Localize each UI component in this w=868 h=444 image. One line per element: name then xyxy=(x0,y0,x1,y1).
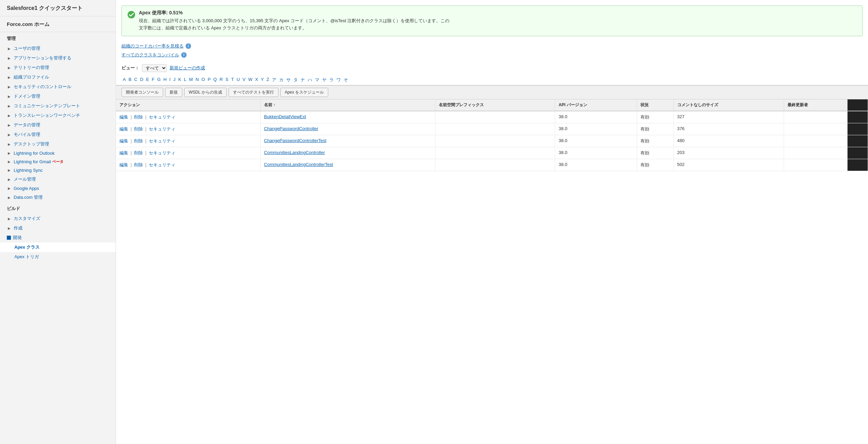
alpha-char-I[interactable]: I xyxy=(168,76,172,84)
sidebar-subitem-0[interactable]: Apex クラス xyxy=(0,242,116,252)
sidebar-item-manage-15[interactable]: ▶Google Apps xyxy=(0,184,116,193)
alpha-char-ア[interactable]: ア xyxy=(271,76,278,84)
alpha-char-V[interactable]: V xyxy=(241,76,247,84)
action-セキュリティ-3[interactable]: セキュリティ xyxy=(149,150,175,155)
class-name-link-1[interactable]: ChangePasswordController xyxy=(264,126,318,131)
sidebar-item-manage-11[interactable]: ▶Lightning for Outlook xyxy=(0,149,116,157)
arrow-icon: ▶ xyxy=(7,75,12,80)
alpha-char-M[interactable]: M xyxy=(188,76,194,84)
sidebar-item-manage-5[interactable]: ▶ドメイン管理 xyxy=(0,92,116,101)
alpha-char-E[interactable]: E xyxy=(145,76,150,84)
alpha-char-ヤ[interactable]: ヤ xyxy=(321,76,328,84)
sidebar-item-manage-12[interactable]: ▶Lightning for Gmailベータ xyxy=(0,157,116,166)
compile-all-link[interactable]: すべてのクラスをコンパイル xyxy=(121,52,179,58)
alpha-char-D[interactable]: D xyxy=(139,76,145,84)
sidebar-item-manage-14[interactable]: ▶メール管理 xyxy=(0,175,116,184)
alpha-char-L[interactable]: L xyxy=(183,76,188,84)
action-削除-1[interactable]: 削除 xyxy=(134,126,143,131)
action-セキュリティ-2[interactable]: セキュリティ xyxy=(149,138,175,143)
arrow-icon: ▶ xyxy=(7,195,12,200)
toolbar-btn-2[interactable]: WSDL からの生成 xyxy=(184,88,227,97)
view-select[interactable]: すべて xyxy=(142,64,167,72)
col-header-status: 状況 xyxy=(637,99,674,111)
sidebar-item-manage-4[interactable]: ▶セキュリティのコントロール xyxy=(0,82,116,92)
alpha-char-P[interactable]: P xyxy=(206,76,212,84)
new-view-link[interactable]: 新規ビューの作成 xyxy=(170,65,205,71)
alpha-char-ワ[interactable]: ワ xyxy=(335,76,342,84)
sidebar-item-manage-2[interactable]: ▶テリトリーの管理 xyxy=(0,63,116,72)
toolbar-btn-3[interactable]: すべてのテストを実行 xyxy=(229,88,278,97)
sidebar-item-manage-6[interactable]: ▶コミュニケーションテンプレート xyxy=(0,101,116,111)
action-セキュリティ-1[interactable]: セキュリティ xyxy=(149,126,175,131)
alpha-char-H[interactable]: H xyxy=(162,76,168,84)
alpha-char-サ[interactable]: サ xyxy=(285,76,292,84)
action-削除-3[interactable]: 削除 xyxy=(134,150,143,155)
sidebar-item-manage-16[interactable]: ▶Data.com 管理 xyxy=(0,193,116,202)
class-name-link-0[interactable]: BukkenDetailViewExt xyxy=(264,114,306,119)
alpha-char-W[interactable]: W xyxy=(247,76,254,84)
sidebar-item-manage-9[interactable]: ▶モバイル管理 xyxy=(0,130,116,139)
action-セキュリティ-0[interactable]: セキュリティ xyxy=(149,114,175,120)
sidebar-title-2[interactable]: Force.com ホーム xyxy=(0,16,116,32)
sidebar-item-label: デスクトップ管理 xyxy=(14,141,49,147)
action-削除-0[interactable]: 削除 xyxy=(134,114,143,120)
alpha-char-カ[interactable]: カ xyxy=(278,76,285,84)
alpha-char-N[interactable]: N xyxy=(194,76,200,84)
action-編集-1[interactable]: 編集 xyxy=(119,126,128,131)
sidebar-subitem-1[interactable]: Apex トリガ xyxy=(0,252,116,262)
sidebar-item-build-1[interactable]: ▶作成 xyxy=(0,223,116,233)
alpha-char-J[interactable]: J xyxy=(172,76,177,84)
alpha-char-Z[interactable]: Z xyxy=(265,76,271,84)
alpha-char-そ[interactable]: そ xyxy=(342,76,349,84)
alpha-char-U[interactable]: U xyxy=(235,76,241,84)
apex-class-table: アクション名前 ↑名前空間プレフィックスAPI バージョン状況コメントなしのサイ… xyxy=(116,99,868,171)
toolbar-btn-4[interactable]: Apex をスケジュール xyxy=(280,88,329,97)
alpha-char-タ[interactable]: タ xyxy=(292,76,299,84)
alpha-char-ラ[interactable]: ラ xyxy=(328,76,335,84)
alpha-char-A[interactable]: A xyxy=(121,76,127,84)
sidebar-item-manage-1[interactable]: ▶アプリケーションを管理する xyxy=(0,53,116,63)
alpha-char-K[interactable]: K xyxy=(177,76,183,84)
sidebar-item-manage-0[interactable]: ▶ユーザの管理 xyxy=(0,44,116,53)
arrow-icon: ▶ xyxy=(7,65,12,70)
row-api-0: 38.0 xyxy=(555,111,637,123)
row-name-2: ChangePasswordControllerTest xyxy=(260,135,435,147)
sidebar-item-manage-7[interactable]: ▶トランスレーションワークベンチ xyxy=(0,111,116,120)
sidebar-item-build-0[interactable]: ▶カスタマイズ xyxy=(0,214,116,223)
action-編集-2[interactable]: 編集 xyxy=(119,138,128,143)
action-編集-0[interactable]: 編集 xyxy=(119,114,128,120)
action-削除-2[interactable]: 削除 xyxy=(134,138,143,143)
alpha-char-F[interactable]: F xyxy=(150,76,156,84)
action-削除-4[interactable]: 削除 xyxy=(134,162,143,167)
action-セキュリティ-4[interactable]: セキュリティ xyxy=(149,162,175,167)
col-header-action: アクション xyxy=(116,99,260,111)
table-row: 編集｜削除｜セキュリティCommunitiesLandingController… xyxy=(116,147,868,159)
alpha-char-S[interactable]: S xyxy=(224,76,230,84)
sidebar-item-manage-10[interactable]: ▶デスクトップ管理 xyxy=(0,139,116,149)
col-header-name[interactable]: 名前 ↑ xyxy=(260,99,435,111)
sidebar-item-build-2[interactable]: 開発 xyxy=(0,233,116,242)
sidebar-item-manage-8[interactable]: ▶データの管理 xyxy=(0,120,116,130)
alpha-char-B[interactable]: B xyxy=(127,76,133,84)
class-name-link-4[interactable]: CommunitiesLandingControllerTest xyxy=(264,162,333,167)
class-name-link-2[interactable]: ChangePasswordControllerTest xyxy=(264,138,327,143)
alpha-char-T[interactable]: T xyxy=(230,76,235,84)
alpha-char-R[interactable]: R xyxy=(218,76,224,84)
toolbar-btn-1[interactable]: 新規 xyxy=(165,88,182,97)
toolbar-btn-0[interactable]: 開発者コンソール xyxy=(121,88,163,97)
alpha-char-X[interactable]: X xyxy=(254,76,260,84)
alpha-char-ナ[interactable]: ナ xyxy=(299,76,306,84)
alpha-char-O[interactable]: O xyxy=(200,76,206,84)
class-name-link-3[interactable]: CommunitiesLandingController xyxy=(264,150,325,155)
alpha-char-マ[interactable]: マ xyxy=(314,76,321,84)
action-編集-4[interactable]: 編集 xyxy=(119,162,128,167)
alpha-char-Q[interactable]: Q xyxy=(212,76,218,84)
sidebar-item-manage-3[interactable]: ▶組織プロファイル xyxy=(0,72,116,82)
alpha-char-Y[interactable]: Y xyxy=(259,76,265,84)
alpha-char-G[interactable]: G xyxy=(156,76,162,84)
action-編集-3[interactable]: 編集 xyxy=(119,150,128,155)
alpha-char-ハ[interactable]: ハ xyxy=(306,76,314,84)
code-coverage-link[interactable]: 組織のコードカバー率を見積る xyxy=(121,43,184,49)
alpha-char-C[interactable]: C xyxy=(133,76,139,84)
sidebar-item-manage-13[interactable]: ▶Lightning Sync xyxy=(0,166,116,175)
